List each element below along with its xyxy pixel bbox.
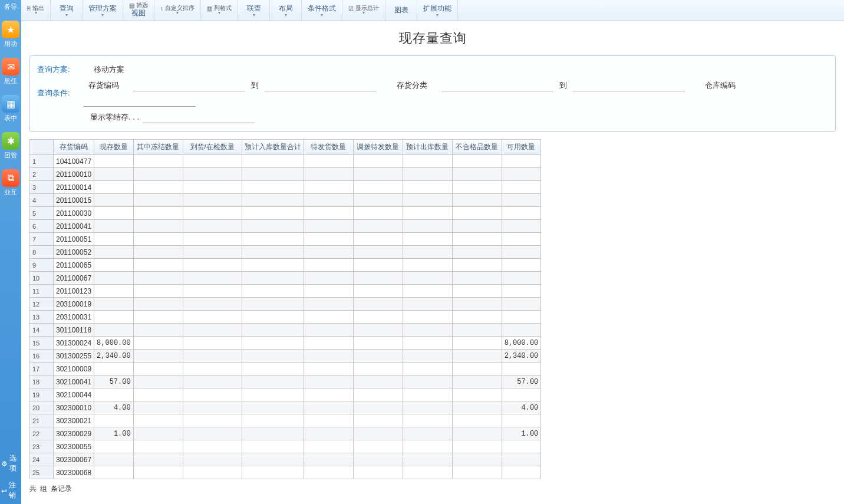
cell[interactable]: [452, 194, 502, 207]
cell[interactable]: [452, 453, 502, 466]
cell[interactable]: [304, 350, 353, 363]
cell[interactable]: [94, 466, 134, 479]
cell[interactable]: [502, 168, 541, 181]
cell[interactable]: [242, 272, 304, 285]
table-row[interactable]: 153013000248,000.008,000.00: [30, 337, 541, 350]
cell[interactable]: [403, 350, 452, 363]
table-row[interactable]: 21302300021: [30, 414, 541, 427]
cell[interactable]: [183, 155, 242, 168]
cell[interactable]: [353, 220, 403, 233]
table-row[interactable]: 1104100477: [30, 155, 541, 168]
cell[interactable]: 16: [30, 350, 54, 363]
cell[interactable]: [502, 155, 541, 168]
cell[interactable]: [94, 220, 134, 233]
cell[interactable]: [452, 375, 502, 388]
sidebar-item-reports[interactable]: ▦ 表中: [0, 90, 21, 127]
cell[interactable]: [183, 168, 242, 181]
cell[interactable]: [133, 285, 183, 298]
cell[interactable]: [403, 285, 452, 298]
tb-col-format[interactable]: ▥ 列格式 ▾: [201, 0, 238, 21]
zero-stock-input[interactable]: [143, 111, 255, 123]
cell[interactable]: 19: [30, 388, 54, 401]
cell[interactable]: [94, 363, 134, 375]
cell[interactable]: [304, 272, 353, 285]
cell[interactable]: 24: [30, 453, 54, 466]
cell[interactable]: [94, 453, 134, 466]
cell[interactable]: 25: [30, 466, 54, 479]
cell[interactable]: [183, 350, 242, 363]
table-row[interactable]: 25302300068: [30, 466, 541, 479]
cell[interactable]: [502, 414, 541, 427]
cell[interactable]: 6: [30, 220, 54, 233]
cell[interactable]: [502, 259, 541, 272]
cell[interactable]: [242, 324, 304, 337]
cell[interactable]: [133, 155, 183, 168]
cell[interactable]: [452, 220, 502, 233]
cell[interactable]: [183, 181, 242, 194]
cell[interactable]: 8,000.00: [94, 337, 134, 350]
tb-layout[interactable]: 布局 ▾: [270, 0, 302, 21]
sidebar-item-group[interactable]: ✱ 团管: [0, 127, 21, 164]
cell[interactable]: 17: [30, 363, 54, 375]
cell[interactable]: [452, 363, 502, 375]
cell[interactable]: 201100052: [54, 246, 94, 259]
cell[interactable]: [502, 466, 541, 479]
cell[interactable]: [242, 440, 304, 453]
cell[interactable]: [183, 298, 242, 311]
cell[interactable]: [183, 324, 242, 337]
cell[interactable]: [183, 194, 242, 207]
cell[interactable]: 1: [30, 155, 54, 168]
cell[interactable]: [242, 207, 304, 220]
cell[interactable]: [242, 375, 304, 388]
table-row[interactable]: 1830210004157.0057.00: [30, 375, 541, 388]
col-header[interactable]: 存货编码: [54, 140, 94, 155]
cell[interactable]: 302100041: [54, 375, 94, 388]
cell[interactable]: 13: [30, 311, 54, 324]
cell[interactable]: [133, 311, 183, 324]
cell[interactable]: [403, 155, 452, 168]
cell[interactable]: [94, 440, 134, 453]
cell[interactable]: [452, 324, 502, 337]
cell[interactable]: [403, 453, 452, 466]
cell[interactable]: [94, 168, 134, 181]
cell[interactable]: [183, 414, 242, 427]
table-row[interactable]: 7201100051: [30, 233, 541, 246]
cell[interactable]: 201100067: [54, 272, 94, 285]
cell[interactable]: [242, 220, 304, 233]
cell[interactable]: [304, 466, 353, 479]
cell[interactable]: [403, 246, 452, 259]
cell[interactable]: [403, 181, 452, 194]
stock-cat-from-input[interactable]: [441, 80, 553, 91]
cell[interactable]: [403, 233, 452, 246]
table-row[interactable]: 4201100015: [30, 194, 541, 207]
stock-code-from-input[interactable]: [133, 80, 245, 91]
cell[interactable]: [304, 181, 353, 194]
cell[interactable]: [452, 401, 502, 414]
cell[interactable]: [133, 324, 183, 337]
cell[interactable]: [94, 285, 134, 298]
cell[interactable]: 201100051: [54, 233, 94, 246]
cell[interactable]: [353, 181, 403, 194]
cell[interactable]: [183, 207, 242, 220]
table-row[interactable]: 3201100014: [30, 181, 541, 194]
col-header[interactable]: 其中冻结数量: [133, 140, 183, 155]
cell[interactable]: [133, 350, 183, 363]
cell[interactable]: [183, 272, 242, 285]
cell[interactable]: [304, 168, 353, 181]
cell[interactable]: [183, 285, 242, 298]
cell[interactable]: 203100019: [54, 298, 94, 311]
cell[interactable]: [403, 375, 452, 388]
cell[interactable]: 4: [30, 194, 54, 207]
cell[interactable]: [242, 453, 304, 466]
cell[interactable]: [242, 350, 304, 363]
cell[interactable]: 301100118: [54, 324, 94, 337]
stock-cat-to-input[interactable]: [573, 80, 685, 91]
cell[interactable]: [403, 207, 452, 220]
cell[interactable]: [353, 453, 403, 466]
cell[interactable]: [183, 440, 242, 453]
cell[interactable]: [304, 375, 353, 388]
cell[interactable]: [94, 259, 134, 272]
cell[interactable]: [183, 311, 242, 324]
cell[interactable]: [304, 453, 353, 466]
cell[interactable]: [304, 259, 353, 272]
